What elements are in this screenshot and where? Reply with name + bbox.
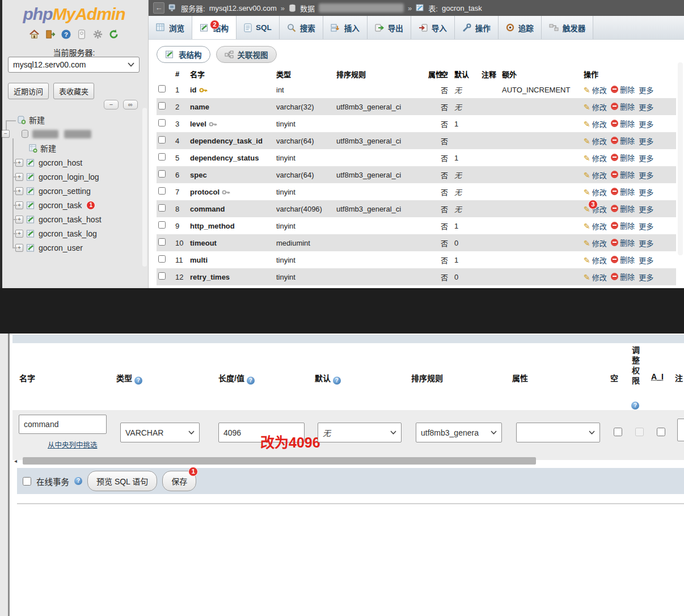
tree-item-gocron_task_log[interactable]: + gocron_task_log (15, 227, 97, 240)
comments-input[interactable] (677, 419, 684, 441)
row-checkbox[interactable] (158, 153, 166, 161)
row-checkbox[interactable] (158, 85, 166, 92)
recent-tables-button[interactable]: 近期访问 (8, 83, 49, 99)
tab-triggers[interactable]: 触发器 (542, 16, 594, 39)
help-icon[interactable]: ? (134, 377, 142, 385)
change-column-link[interactable]: ✎修改 (584, 136, 607, 146)
help-icon[interactable]: ? (247, 377, 255, 385)
tree-item-gocron_setting[interactable]: + gocron_setting (15, 185, 91, 197)
column-name-input[interactable] (19, 415, 107, 434)
more-actions-link[interactable]: 更多 (639, 238, 653, 248)
collapse-expander-icon[interactable]: − (2, 130, 10, 138)
content-scrollbar[interactable] (678, 62, 683, 255)
change-column-link[interactable]: ✎修改 (584, 255, 607, 265)
tab-operations[interactable]: 操作 (455, 16, 499, 39)
subtab-relation-view[interactable]: 关联视图 (216, 46, 277, 63)
tree-item-gocron_host[interactable]: + gocron_host (15, 157, 82, 169)
auto-increment-checkbox[interactable] (657, 428, 665, 436)
default-select[interactable]: 无 (318, 423, 402, 442)
tree-item-gocron_login_log[interactable]: + gocron_login_log (15, 171, 99, 183)
settings-icon[interactable] (92, 28, 104, 40)
server-select[interactable]: mysql12.serv00.com (8, 57, 140, 73)
tree-item-database[interactable]: − (2, 128, 91, 140)
tree-item-new-database[interactable]: 新建 (17, 113, 45, 126)
favorite-tables-button[interactable]: 表收藏夹 (53, 83, 94, 99)
attributes-select[interactable] (516, 423, 600, 442)
drop-column-link[interactable]: 删除 (611, 271, 635, 282)
drop-column-link[interactable]: 删除 (611, 169, 635, 180)
drop-column-link[interactable]: 删除 (611, 135, 635, 146)
change-column-link[interactable]: ✎修改 (584, 187, 607, 197)
unlink-panel-button[interactable]: ∞ (123, 100, 138, 109)
database-breadcrumb-link[interactable]: 数据 (300, 3, 315, 14)
back-arrow-button[interactable]: ← (153, 2, 164, 14)
row-checkbox[interactable] (158, 238, 166, 246)
tab-export[interactable]: 导出 (368, 16, 411, 39)
change-column-link[interactable]: ✎修改3 (584, 204, 607, 214)
row-checkbox[interactable] (158, 221, 166, 229)
help-icon[interactable]: ? (333, 377, 341, 385)
preview-sql-button[interactable]: 预览 SQL 语句 (87, 471, 157, 491)
row-checkbox[interactable] (158, 187, 166, 195)
help-icon[interactable]: ? (74, 477, 82, 485)
row-checkbox[interactable] (158, 102, 166, 109)
tree-item-gocron_task_host[interactable]: + gocron_task_host (15, 213, 102, 226)
help-icon[interactable]: ? (631, 399, 639, 410)
refresh-icon[interactable] (108, 28, 120, 40)
more-actions-link[interactable]: 更多 (639, 272, 653, 282)
change-column-link[interactable]: ✎修改 (584, 119, 607, 129)
row-checkbox[interactable] (158, 255, 166, 263)
change-column-link[interactable]: ✎修改 (584, 170, 607, 180)
drop-column-link[interactable]: 删除 (611, 101, 635, 112)
collation-select[interactable]: utf8mb3_genera (416, 423, 502, 442)
save-button[interactable]: 保存 1 (162, 471, 196, 491)
drop-column-link[interactable]: 删除 (611, 152, 635, 163)
more-actions-link[interactable]: 更多 (639, 119, 653, 129)
row-checkbox[interactable] (158, 119, 166, 126)
change-column-link[interactable]: ✎修改 (584, 272, 607, 282)
more-actions-link[interactable]: 更多 (639, 204, 653, 214)
tab-structure[interactable]: 2 结构 (192, 16, 237, 39)
scroll-left-arrow[interactable]: ◂ (14, 458, 17, 464)
tab-search[interactable]: 搜索 (280, 16, 323, 39)
drop-column-link[interactable]: 删除 (611, 237, 635, 248)
row-checkbox[interactable] (158, 204, 166, 212)
change-column-link[interactable]: ✎修改 (584, 85, 607, 95)
tree-item-new-table[interactable]: 新建 (28, 142, 56, 154)
tab-import[interactable]: 导入 (411, 16, 455, 39)
more-actions-link[interactable]: 更多 (639, 221, 653, 231)
tree-item-gocron_user[interactable]: + gocron_user (15, 242, 83, 254)
drop-column-link[interactable]: 删除 (611, 220, 635, 231)
change-column-link[interactable]: ✎修改 (584, 102, 607, 112)
more-actions-link[interactable]: 更多 (639, 170, 653, 180)
tree-item-gocron_task[interactable]: + gocron_task 1 (15, 199, 95, 212)
more-actions-link[interactable]: 更多 (639, 85, 653, 95)
tab-tracking[interactable]: 追踪 (499, 16, 542, 39)
docs-icon[interactable] (77, 28, 88, 40)
more-actions-link[interactable]: 更多 (639, 136, 653, 146)
row-checkbox[interactable] (158, 272, 166, 280)
tab-browse[interactable]: 浏览 (149, 16, 192, 39)
drop-column-link[interactable]: 删除 (611, 254, 635, 265)
sidebar-scrollbar[interactable] (142, 108, 147, 267)
logout-icon[interactable] (45, 28, 56, 40)
more-actions-link[interactable]: 更多 (639, 187, 653, 197)
help-icon[interactable]: ? (61, 28, 72, 40)
drop-column-link[interactable]: 删除 (611, 118, 635, 129)
change-column-link[interactable]: ✎修改 (584, 221, 607, 231)
server-breadcrumb-link[interactable]: mysql12.serv00.com (209, 4, 277, 12)
subtab-table-structure[interactable]: 表结构 (157, 46, 210, 63)
horizontal-scrollbar-thumb[interactable] (23, 457, 536, 465)
row-checkbox[interactable] (158, 170, 166, 178)
table-breadcrumb-link[interactable]: gocron_task (442, 4, 482, 12)
online-transaction-checkbox[interactable] (23, 477, 31, 486)
type-select[interactable]: VARCHAR (120, 423, 200, 442)
more-actions-link[interactable]: 更多 (639, 255, 653, 265)
more-actions-link[interactable]: 更多 (639, 153, 653, 163)
home-icon[interactable] (29, 28, 40, 40)
pick-from-central-columns-link[interactable]: 从中央列中挑选 (48, 439, 98, 450)
collapse-panel-button[interactable]: − (104, 100, 119, 109)
tab-insert[interactable]: 插入 (323, 16, 368, 39)
change-column-link[interactable]: ✎修改 (584, 238, 607, 248)
row-checkbox[interactable] (158, 136, 166, 144)
